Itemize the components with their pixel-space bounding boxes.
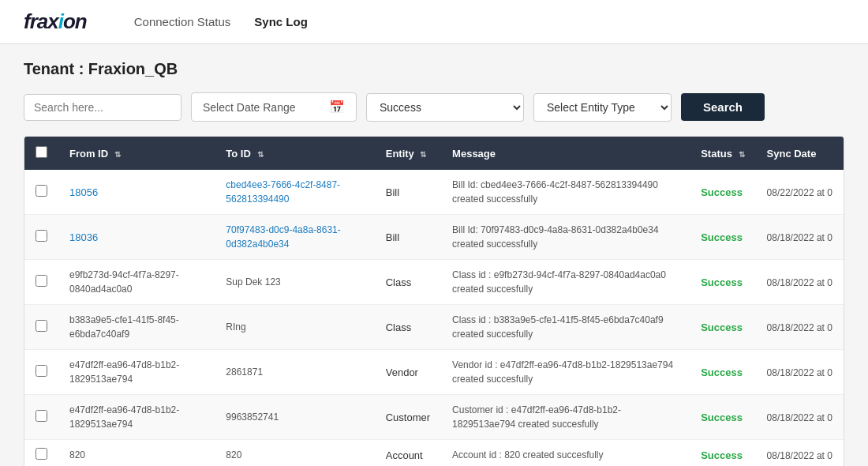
table-body: 18056cbed4ee3-7666-4c2f-8487-56281339449… bbox=[24, 170, 844, 466]
from-id-text: e9fb273d-94cf-4f7a-8297-0840ad4ac0a0 bbox=[69, 269, 179, 295]
td-message: Bill Id: cbed4ee3-7666-4c2f-8487-5628133… bbox=[441, 170, 690, 215]
row-checkbox[interactable] bbox=[36, 365, 47, 377]
status-badge: Success bbox=[701, 186, 743, 198]
row-checkbox[interactable] bbox=[36, 230, 47, 242]
td-sync-date: 08/18/2022 at 0 bbox=[756, 305, 844, 350]
td-status: Success bbox=[690, 305, 755, 350]
table-row: b383a9e5-cfe1-41f5-8f45-e6bda7c40af9RIng… bbox=[24, 305, 844, 350]
row-checkbox[interactable] bbox=[36, 448, 47, 460]
nav-sync-log[interactable]: Sync Log bbox=[254, 15, 308, 28]
td-from-id[interactable]: 18056 bbox=[58, 170, 215, 215]
status-badge: Success bbox=[701, 321, 743, 333]
page-title: Tenant : Fraxion_QB bbox=[24, 60, 844, 78]
filter-bar: Select Date Range 📅 Success Failed All S… bbox=[24, 92, 844, 122]
table-row: e47df2ff-ea96-47d8-b1b2-1829513ae7942861… bbox=[24, 350, 844, 395]
td-status: Success bbox=[690, 170, 755, 215]
to-id-sort-icon[interactable]: ⇅ bbox=[257, 150, 264, 159]
date-range-picker[interactable]: Select Date Range 📅 bbox=[191, 92, 357, 122]
date-range-label: Select Date Range bbox=[203, 101, 296, 114]
td-from-id: e47df2ff-ea96-47d8-b1b2-1829513ae794 bbox=[58, 395, 215, 440]
th-to-id: To ID ⇅ bbox=[215, 137, 374, 170]
logo: fraxion bbox=[24, 9, 87, 34]
td-sync-date: 08/18/2022 at 0 bbox=[756, 215, 844, 260]
sync-date-text: 08/18/2022 at 0 bbox=[767, 277, 832, 288]
select-all-checkbox[interactable] bbox=[36, 146, 47, 158]
td-from-id: 820 bbox=[58, 440, 215, 467]
row-checkbox[interactable] bbox=[36, 410, 47, 422]
td-entity: Customer bbox=[375, 395, 441, 440]
td-to-id[interactable]: cbed4ee3-7666-4c2f-8487-562813394490 bbox=[215, 170, 374, 215]
td-to-id: RIng bbox=[215, 305, 374, 350]
nav-links: Connection Status Sync Log bbox=[134, 15, 308, 28]
message-text: Vendor id : e47df2ff-ea96-47d8-b1b2-1829… bbox=[452, 359, 673, 385]
td-sync-date: 08/18/2022 at 0 bbox=[756, 395, 844, 440]
entity-sort-icon[interactable]: ⇅ bbox=[420, 150, 426, 159]
to-id-link[interactable]: 70f97483-d0c9-4a8a-8631-0d382a4b0e34 bbox=[226, 224, 340, 250]
search-button[interactable]: Search bbox=[681, 93, 765, 121]
from-id-sort-icon[interactable]: ⇅ bbox=[114, 150, 121, 159]
row-checkbox[interactable] bbox=[36, 185, 47, 197]
to-id-text: RIng bbox=[226, 321, 245, 333]
status-badge: Success bbox=[701, 449, 743, 461]
sync-date-text: 08/18/2022 at 0 bbox=[767, 367, 832, 378]
message-text: Account id : 820 created succesfully bbox=[452, 449, 603, 460]
search-input[interactable] bbox=[24, 94, 181, 121]
table-row: 1803670f97483-d0c9-4a8a-8631-0d382a4b0e3… bbox=[24, 215, 844, 260]
row-checkbox[interactable] bbox=[36, 320, 47, 332]
row-checkbox-cell bbox=[24, 350, 58, 395]
td-to-id[interactable]: 70f97483-d0c9-4a8a-8631-0d382a4b0e34 bbox=[215, 215, 374, 260]
message-text: Customer id : e47df2ff-ea96-47d8-b1b2-18… bbox=[452, 404, 621, 430]
td-sync-date: 08/18/2022 at 0 bbox=[756, 260, 844, 305]
td-from-id[interactable]: 18036 bbox=[58, 215, 215, 260]
header: fraxion Connection Status Sync Log bbox=[0, 0, 868, 44]
to-id-link[interactable]: cbed4ee3-7666-4c2f-8487-562813394490 bbox=[226, 179, 340, 205]
td-sync-date: 08/18/2022 at 0 bbox=[756, 350, 844, 395]
td-message: Vendor id : e47df2ff-ea96-47d8-b1b2-1829… bbox=[441, 350, 690, 395]
th-status: Status ⇅ bbox=[690, 137, 755, 170]
th-entity: Entity ⇅ bbox=[375, 137, 441, 170]
status-badge: Success bbox=[701, 231, 743, 243]
status-badge: Success bbox=[701, 412, 743, 423]
table-row: e9fb273d-94cf-4f7a-8297-0840ad4ac0a0Sup … bbox=[24, 260, 844, 305]
from-id-link[interactable]: 18036 bbox=[69, 231, 98, 243]
td-message: Class id : e9fb273d-94cf-4f7a-8297-0840a… bbox=[441, 260, 690, 305]
sync-log-table: From ID ⇅ To ID ⇅ Entity ⇅ Message bbox=[24, 136, 844, 466]
nav-connection-status[interactable]: Connection Status bbox=[134, 15, 231, 28]
entity-type-select[interactable]: Select Entity Type Bill Class Vendor Cus… bbox=[533, 93, 672, 122]
td-status: Success bbox=[690, 440, 755, 467]
td-entity: Bill bbox=[375, 215, 441, 260]
sync-date-text: 08/18/2022 at 0 bbox=[767, 322, 832, 333]
to-id-text: Sup Dek 123 bbox=[226, 276, 280, 287]
from-id-text: e47df2ff-ea96-47d8-b1b2-1829513ae794 bbox=[69, 404, 179, 430]
td-from-id: e9fb273d-94cf-4f7a-8297-0840ad4ac0a0 bbox=[58, 260, 215, 305]
td-to-id: Sup Dek 123 bbox=[215, 260, 374, 305]
logo-dot: i bbox=[58, 9, 63, 33]
td-status: Success bbox=[690, 350, 755, 395]
table-header: From ID ⇅ To ID ⇅ Entity ⇅ Message bbox=[24, 137, 844, 170]
th-message: Message bbox=[441, 137, 690, 170]
td-sync-date: 08/18/2022 at 0 bbox=[756, 440, 844, 467]
td-to-id: 2861871 bbox=[215, 350, 374, 395]
td-entity: Vendor bbox=[375, 350, 441, 395]
td-entity: Account bbox=[375, 440, 441, 467]
sync-date-text: 08/18/2022 at 0 bbox=[767, 450, 832, 461]
message-text: Class id : e9fb273d-94cf-4f7a-8297-0840a… bbox=[452, 269, 666, 295]
td-message: Bill Id: 70f97483-d0c9-4a8a-8631-0d382a4… bbox=[441, 215, 690, 260]
row-checkbox-cell bbox=[24, 440, 58, 467]
table-row: 18056cbed4ee3-7666-4c2f-8487-56281339449… bbox=[24, 170, 844, 215]
td-from-id: e47df2ff-ea96-47d8-b1b2-1829513ae794 bbox=[58, 350, 215, 395]
td-status: Success bbox=[690, 395, 755, 440]
table: From ID ⇅ To ID ⇅ Entity ⇅ Message bbox=[24, 137, 844, 466]
td-message: Account id : 820 created succesfully bbox=[441, 440, 690, 467]
status-badge: Success bbox=[701, 366, 743, 378]
status-sort-icon[interactable]: ⇅ bbox=[739, 150, 745, 159]
row-checkbox-cell bbox=[24, 395, 58, 440]
message-text: Bill Id: 70f97483-d0c9-4a8a-8631-0d382a4… bbox=[452, 224, 659, 250]
th-from-id: From ID ⇅ bbox=[58, 137, 215, 170]
th-checkbox bbox=[24, 137, 58, 170]
row-checkbox-cell bbox=[24, 215, 58, 260]
from-id-link[interactable]: 18056 bbox=[69, 186, 98, 198]
row-checkbox[interactable] bbox=[36, 275, 47, 287]
status-select[interactable]: Success Failed All bbox=[366, 93, 524, 122]
to-id-text: 2861871 bbox=[226, 366, 263, 378]
